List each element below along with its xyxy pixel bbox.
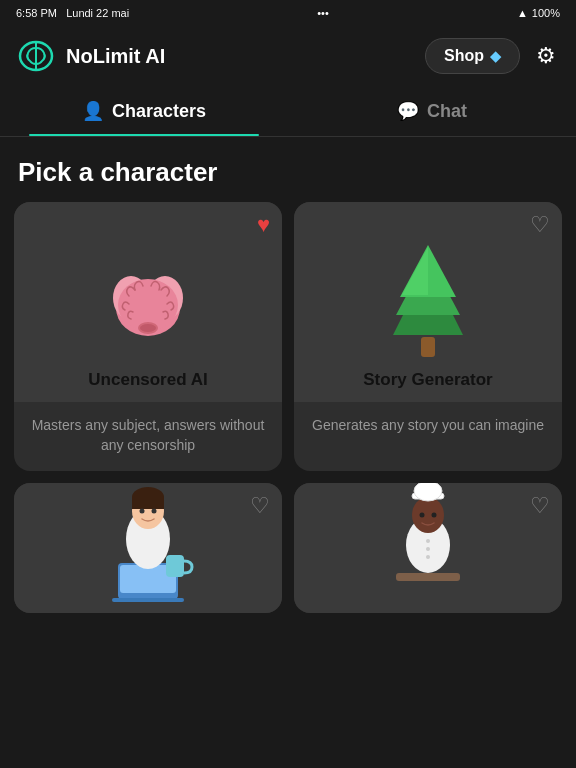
brain-logo-icon [16,36,56,76]
top-nav: NoLimit AI Shop ◆ ⚙ [0,26,576,86]
logo-area: NoLimit AI [16,36,165,76]
characters-tab-label: Characters [112,101,206,122]
character-card-chef[interactable]: ♡ [294,483,562,613]
svg-rect-16 [166,555,184,577]
student-illustration [98,483,198,613]
svg-point-21 [140,509,145,514]
character-card-story-generator[interactable]: ♡ Story Generator Generates [294,202,562,471]
svg-point-26 [426,555,430,559]
character-card-uncensored-ai[interactable]: ♥ [14,202,282,471]
shop-button[interactable]: Shop ◆ [425,38,520,74]
status-dots: ••• [317,7,329,19]
svg-rect-8 [421,337,435,357]
tab-characters[interactable]: 👤 Characters [0,86,288,136]
battery-indicator: 100% [532,7,560,19]
char-image-uncensored-ai [93,240,203,370]
favorite-button-story-generator[interactable]: ♡ [530,212,550,238]
card-top-chef: ♡ [294,483,562,613]
favorite-button-student[interactable]: ♡ [250,493,270,519]
svg-rect-15 [112,598,184,602]
nav-right: Shop ◆ ⚙ [425,38,560,74]
card-top-story-generator: ♡ Story Generator [294,202,562,402]
svg-point-7 [140,324,156,332]
page-section: Pick a character [0,137,576,202]
svg-point-29 [414,483,442,501]
card-bottom-story-generator: Generates any story you can imagine [294,402,562,452]
char-name-uncensored-ai: Uncensored AI [88,370,207,390]
svg-rect-32 [396,573,460,581]
status-time-day: 6:58 PM Lundi 22 mai [16,7,129,19]
status-bar: 6:58 PM Lundi 22 mai ••• ▲ 100% [0,0,576,26]
settings-button[interactable]: ⚙ [532,39,560,73]
status-time: 6:58 PM [16,7,57,19]
brain-illustration [93,250,203,360]
chef-illustration [378,483,478,613]
character-grid: ♥ [0,202,576,627]
svg-point-27 [412,497,444,533]
app-title: NoLimit AI [66,45,165,68]
status-day: Lundi 22 mai [66,7,129,19]
tree-illustration [378,245,478,365]
favorite-button-chef[interactable]: ♡ [530,493,550,519]
shop-label: Shop [444,47,484,65]
wifi-icon: ▲ [517,7,528,19]
char-desc-uncensored-ai: Masters any subject, answers without any… [28,416,268,455]
character-card-student[interactable]: ♡ [14,483,282,613]
favorite-button-uncensored-ai[interactable]: ♥ [257,212,270,238]
tab-bar: 👤 Characters 💬 Chat [0,86,576,137]
svg-point-31 [432,513,437,518]
diamond-icon: ◆ [490,48,501,64]
svg-point-22 [152,509,157,514]
characters-tab-icon: 👤 [82,100,104,122]
svg-point-25 [426,547,430,551]
svg-point-30 [420,513,425,518]
char-image-story-generator [378,240,478,370]
chat-tab-label: Chat [427,101,467,122]
card-top-uncensored-ai: ♥ [14,202,282,402]
card-bottom-uncensored-ai: Masters any subject, answers without any… [14,402,282,471]
char-desc-story-generator: Generates any story you can imagine [308,416,548,436]
chat-tab-icon: 💬 [397,100,419,122]
char-name-story-generator: Story Generator [363,370,492,390]
card-top-student: ♡ [14,483,282,613]
status-center: ••• [317,7,329,19]
status-right: ▲ 100% [517,7,560,19]
gear-icon: ⚙ [536,43,556,68]
page-title: Pick a character [18,157,558,188]
tab-chat[interactable]: 💬 Chat [288,86,576,136]
svg-rect-20 [132,497,164,509]
svg-point-24 [426,539,430,543]
